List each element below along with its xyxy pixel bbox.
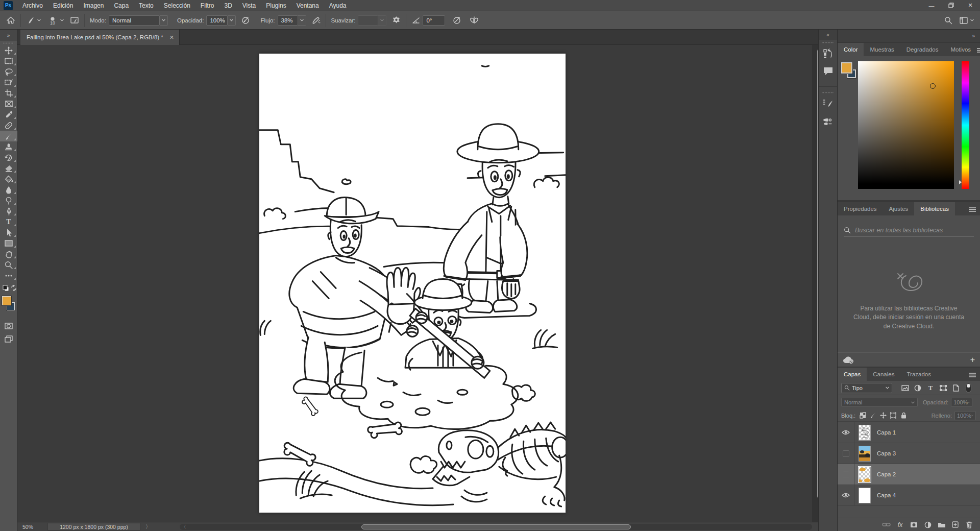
scroll-left-icon[interactable]: 〈: [182, 524, 186, 530]
layer-fill-field[interactable]: 100%: [954, 411, 976, 420]
tab-capas[interactable]: Capas: [838, 368, 867, 381]
toolbar-grip[interactable]: [0, 41, 17, 45]
default-colors-icon[interactable]: [3, 285, 9, 292]
tab-canales[interactable]: Canales: [867, 368, 900, 381]
horizontal-scrollbar[interactable]: 〈: [180, 524, 812, 530]
delete-layer-icon[interactable]: [962, 519, 976, 530]
panels-collapse-icon[interactable]: »: [838, 30, 980, 42]
smoothing-gear-icon[interactable]: [389, 14, 403, 27]
filter-type-layers-icon[interactable]: T: [925, 383, 936, 393]
tool-blur[interactable]: [0, 184, 17, 195]
layer-thumbnail[interactable]: [859, 488, 871, 503]
tab-ajustes[interactable]: Ajustes: [883, 202, 915, 215]
menu-seleccion[interactable]: Selección: [159, 0, 195, 11]
search-icon[interactable]: [944, 16, 952, 25]
pressure-size-icon[interactable]: [450, 14, 463, 27]
libraries-add-icon[interactable]: +: [970, 355, 975, 365]
layer-name[interactable]: Capa 3: [877, 450, 896, 456]
home-icon[interactable]: [4, 14, 17, 27]
tool-lasso[interactable]: [0, 66, 17, 77]
libraries-search[interactable]: [844, 224, 974, 237]
layer-style-icon[interactable]: fx: [893, 519, 907, 530]
flow-field[interactable]: 38%: [278, 15, 298, 26]
color-panel-menu-icon[interactable]: [977, 48, 980, 53]
toolbar-expand-icon[interactable]: »: [0, 30, 17, 41]
menu-ayuda[interactable]: Ayuda: [324, 0, 352, 11]
visibility-toggle[interactable]: [838, 422, 854, 443]
tool-pen[interactable]: [0, 206, 17, 216]
tool-rectangle-shape[interactable]: [0, 238, 17, 249]
paint-symmetry-icon[interactable]: [468, 14, 481, 27]
flow-chevron[interactable]: [298, 15, 306, 26]
lock-transparency-icon[interactable]: [857, 411, 868, 420]
quick-mask-icon[interactable]: [0, 321, 17, 331]
zoom-level[interactable]: 50%: [22, 524, 33, 530]
layer-name[interactable]: Capa 1: [877, 429, 896, 436]
link-layers-icon[interactable]: [879, 519, 893, 530]
tool-type[interactable]: T: [0, 216, 17, 227]
tool-path-selection[interactable]: [0, 227, 17, 238]
tool-clone-stamp[interactable]: [0, 141, 17, 152]
add-layer-mask-icon[interactable]: [907, 519, 921, 530]
visibility-toggle[interactable]: [838, 443, 854, 464]
blend-mode-chevron[interactable]: [160, 15, 168, 26]
menu-archivo[interactable]: Archivo: [17, 0, 48, 11]
screen-mode-icon[interactable]: [0, 333, 17, 344]
horizontal-scrollbar-thumb[interactable]: [361, 524, 631, 529]
visibility-toggle[interactable]: [838, 485, 854, 506]
filter-pixel-layers-icon[interactable]: [899, 383, 911, 393]
vertical-scrollbar[interactable]: [812, 45, 818, 522]
tool-eraser[interactable]: [0, 163, 17, 174]
tool-hand[interactable]: [0, 249, 17, 259]
layer-blend-mode-select[interactable]: Normal: [841, 398, 918, 407]
libraries-panel-menu-icon[interactable]: [969, 207, 976, 212]
tab-close-icon[interactable]: ✕: [169, 34, 174, 41]
tool-spot-healing[interactable]: [0, 120, 17, 131]
menu-texto[interactable]: Texto: [134, 0, 159, 11]
layer-row-capa4[interactable]: Capa 4: [838, 485, 980, 506]
tab-propiedades[interactable]: Propiedades: [838, 202, 883, 215]
brush-preset-chevron[interactable]: [37, 19, 41, 21]
pressure-opacity-icon[interactable]: [239, 14, 252, 27]
layer-thumbnail[interactable]: [859, 446, 871, 462]
workspace-switcher[interactable]: [960, 17, 974, 24]
tool-eyedropper[interactable]: [0, 109, 17, 120]
filter-adjustment-layers-icon[interactable]: [912, 383, 923, 393]
hue-slider-marker[interactable]: [959, 180, 962, 184]
layer-thumbnail[interactable]: [859, 467, 871, 482]
tool-brush[interactable]: [0, 131, 17, 141]
foreground-background-swatches[interactable]: [0, 295, 17, 317]
tool-frame[interactable]: [0, 99, 17, 109]
lock-all-icon[interactable]: [898, 411, 909, 420]
brush-size-chevron[interactable]: [60, 19, 64, 21]
tab-degradados[interactable]: Degradados: [900, 43, 945, 56]
new-layer-icon[interactable]: [948, 519, 962, 530]
menu-edicion[interactable]: Edición: [48, 0, 78, 11]
visibility-toggle[interactable]: [838, 464, 854, 485]
document-tab[interactable]: Falling into Brea Lake.psd al 50% (Capa …: [20, 30, 180, 45]
toggle-brush-panel-icon[interactable]: [68, 14, 81, 27]
lock-artboard-icon[interactable]: [888, 411, 898, 420]
tab-color[interactable]: Color: [838, 43, 864, 56]
layer-filter-toggle[interactable]: [966, 383, 971, 393]
blend-mode-select[interactable]: Normal: [109, 15, 160, 26]
new-group-icon[interactable]: [935, 519, 948, 530]
tool-zoom[interactable]: [0, 259, 17, 270]
opacity-field[interactable]: 100%: [206, 15, 228, 26]
tool-history-brush[interactable]: [0, 152, 17, 163]
tab-muestras[interactable]: Muestras: [864, 43, 900, 56]
brush-preset-icon[interactable]: [24, 14, 37, 27]
tab-motivos[interactable]: Motivos: [944, 43, 977, 56]
minimize-button[interactable]: —: [922, 0, 941, 11]
tool-move[interactable]: [0, 45, 17, 56]
menu-vista[interactable]: Vista: [237, 0, 261, 11]
layer-opacity-field[interactable]: 100%: [951, 398, 972, 407]
tab-bibliotecas[interactable]: Bibliotecas: [914, 202, 955, 215]
layer-row-capa2[interactable]: Capa 2: [838, 464, 980, 485]
menu-capa[interactable]: Capa: [109, 0, 134, 11]
tool-rectangular-marquee[interactable]: [0, 56, 17, 66]
filter-shape-layers-icon[interactable]: [938, 383, 949, 393]
menu-imagen[interactable]: Imagen: [78, 0, 109, 11]
document-canvas[interactable]: [259, 54, 566, 513]
tool-dodge[interactable]: [0, 195, 17, 206]
